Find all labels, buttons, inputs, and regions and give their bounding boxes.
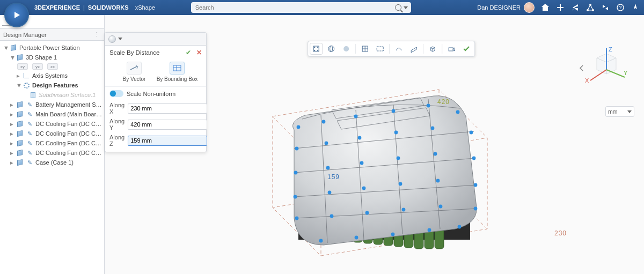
svg-rect-15	[449, 48, 453, 51]
tree-item-label: DC Cooling Fan (DC Cooling F...	[35, 150, 103, 156]
svg-point-42	[469, 131, 473, 135]
svg-point-54	[473, 183, 477, 187]
network-icon[interactable]	[586, 3, 595, 12]
plane-btn-yz[interactable]: yz	[32, 63, 43, 70]
vt-box[interactable]	[426, 43, 439, 55]
vt-render-mode[interactable]	[340, 43, 353, 55]
doc-icon	[29, 91, 36, 99]
cube-icon	[16, 54, 24, 61]
tree-item[interactable]: ▸✎DC Cooling Fan (DC Cooling F...	[1, 119, 103, 129]
scale-z-input[interactable]	[128, 136, 207, 146]
search-box[interactable]	[191, 2, 411, 13]
svg-point-56	[330, 214, 333, 218]
tree-item[interactable]: ▸✎Battery Management System (...	[1, 100, 103, 109]
compass-play-button[interactable]	[4, 3, 29, 27]
svg-line-70	[590, 70, 606, 80]
brand-label: 3DEXPERIENCE	[34, 4, 80, 11]
prop-panel-title: Scale By Distance	[109, 49, 159, 56]
tree-item-label: Design Features	[32, 82, 78, 88]
svg-point-38	[324, 142, 328, 145]
search-icon[interactable]	[395, 4, 401, 11]
scale-y-input[interactable]	[128, 120, 207, 130]
add-icon[interactable]	[556, 3, 565, 12]
search-input[interactable]	[194, 4, 395, 11]
svg-point-48	[472, 157, 475, 160]
play-icon	[14, 12, 20, 18]
svg-text:?: ?	[619, 5, 621, 10]
scale-nonuniform-toggle[interactable]	[109, 90, 123, 97]
prop-panel-drag-bar[interactable]	[105, 33, 206, 46]
vt-boxsel[interactable]	[374, 43, 386, 55]
svg-point-59	[438, 205, 442, 209]
help-icon[interactable]: ?	[616, 3, 625, 12]
orientation-triad[interactable]: Z Y X	[585, 47, 628, 90]
north-icon[interactable]	[631, 3, 640, 12]
tree-item[interactable]: ▸Axis Systems	[1, 71, 103, 80]
module-label: xShape	[135, 4, 155, 11]
plane-btn-xy[interactable]: xy	[17, 63, 28, 70]
field-label: Along Y	[109, 118, 125, 131]
tree-item[interactable]: ▸✎Main Board (Main Board - FFF 1)	[1, 109, 103, 119]
vt-snap[interactable]	[358, 43, 371, 55]
tree-item[interactable]: ▸✎DC Cooling Fan (DC Cooling F...	[1, 129, 103, 138]
cmd-by-bounding-box[interactable]: By Bounding Box	[156, 62, 199, 82]
svg-point-36	[456, 110, 459, 114]
sidebar-options-icon[interactable]: ⋮	[94, 31, 101, 38]
svg-point-65	[457, 225, 461, 229]
tree-item[interactable]: ▸✎Case (Case 1)	[1, 158, 103, 167]
edit-icon: ✎	[26, 110, 33, 118]
tree-item[interactable]: Subdivision Surface.1	[1, 90, 103, 100]
vt-globe[interactable]	[325, 43, 338, 55]
axis-icon	[23, 72, 30, 79]
svg-point-62	[354, 236, 358, 240]
dimension-z-label[interactable]: 159	[327, 173, 340, 181]
tree-item-label: Portable Power Station	[19, 45, 80, 51]
sidebar-title-bar: Design Manager ⋮	[0, 29, 104, 41]
vt-camera[interactable]	[445, 43, 458, 55]
tree-item-label: Case (Case 1)	[35, 159, 74, 166]
tree-item[interactable]: ▸✎DC Cooling Fan (DC Cooling F...	[1, 138, 103, 148]
panel-menu-chevron-icon[interactable]	[118, 38, 122, 40]
tree-item[interactable]: ▸✎DC Cooling Fan (DC Cooling F...	[1, 148, 103, 158]
cube-icon	[16, 120, 24, 128]
field-label: Along Z	[109, 134, 125, 147]
vt-ok-button[interactable]	[460, 43, 473, 55]
triad-collapse-icon[interactable]	[579, 64, 584, 73]
panel-ok-button[interactable]: ✔	[186, 49, 191, 56]
search-scope-chevron-icon[interactable]	[404, 6, 408, 9]
tree-item-label: Subdivision Surface.1	[39, 92, 96, 98]
svg-point-6	[314, 47, 315, 48]
tree-item[interactable]: ▼Design Features	[1, 80, 103, 90]
feature-tree[interactable]: ▼Portable Power Station▼3D Shape 1xyyzzx…	[0, 41, 104, 169]
tree-item[interactable]: ▼3D Shape 1	[1, 53, 103, 62]
vt-select-mode[interactable]	[310, 43, 323, 55]
dimension-x-label[interactable]: 230	[554, 229, 567, 237]
user-chip[interactable]: Dan DESIGNER	[477, 2, 535, 13]
svg-point-51	[362, 187, 365, 190]
model-display[interactable]	[235, 68, 514, 262]
unit-picker[interactable]: mm	[605, 106, 634, 117]
plane-btn-zx[interactable]: zx	[47, 63, 58, 70]
home-icon[interactable]	[541, 3, 550, 12]
cmd-by-vector[interactable]: By Vector	[113, 62, 156, 82]
share-icon[interactable]	[571, 3, 580, 12]
app-title: 3DEXPERIENCE | SOLIDWORKS xShape	[34, 4, 155, 11]
vt-surface[interactable]	[392, 43, 405, 55]
unit-picker-value: mm	[608, 108, 618, 115]
scale-x-input[interactable]	[128, 103, 207, 114]
edit-icon: ✎	[26, 101, 33, 108]
vt-plane[interactable]	[407, 43, 420, 55]
tree-item-label: Axis Systems	[32, 72, 68, 79]
tree-item-label: 3D Shape 1	[26, 54, 57, 61]
tree-item[interactable]: ▼Portable Power Station	[1, 43, 103, 53]
svg-text:Y: Y	[624, 70, 628, 76]
svg-point-43	[294, 171, 297, 175]
dimension-y-label[interactable]: 420	[437, 98, 450, 106]
app-bar: 3DEXPERIENCE | SOLIDWORKS xShape Dan DES…	[0, 0, 644, 15]
svg-point-11	[330, 46, 332, 52]
svg-point-49	[293, 195, 297, 199]
panel-close-button[interactable]: ✕	[196, 49, 202, 56]
svg-point-55	[295, 217, 298, 220]
tree-item-label: DC Cooling Fan (DC Cooling F...	[35, 130, 103, 137]
collab-icon[interactable]	[601, 3, 610, 12]
